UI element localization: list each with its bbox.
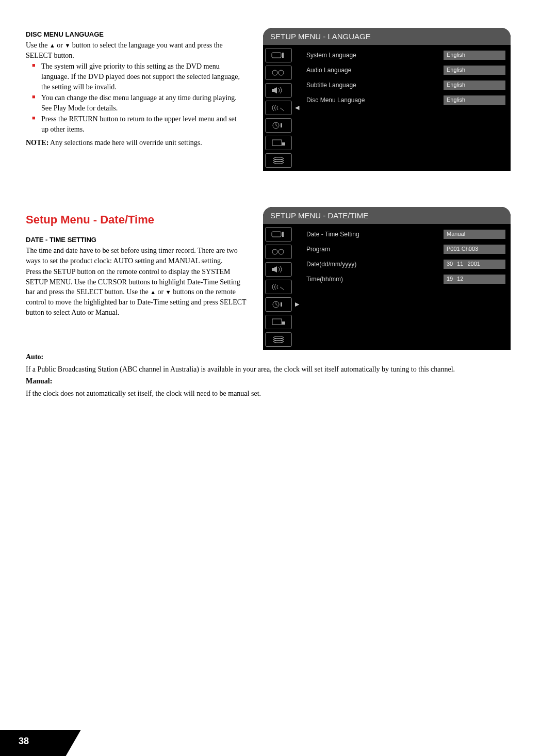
- osd-value-program: P001 Ch003: [444, 245, 505, 254]
- bullet-2: You can change the disc menu language at…: [41, 93, 248, 113]
- osd-arrow-column: ◀: [295, 45, 304, 171]
- page-number: 38: [19, 735, 29, 748]
- osd-row-datetime-setting: Date - Time Setting Manual: [306, 227, 505, 242]
- osd-datetime-title: SETUP MENU - DATE/TIME: [263, 207, 511, 224]
- time-mm: 12: [457, 275, 463, 283]
- note-text: Any selections made here will override u…: [48, 139, 202, 147]
- svg-point-31: [273, 341, 284, 343]
- date-yyyy: 2001: [468, 260, 480, 268]
- intro-b: or: [55, 41, 65, 49]
- clock-icon: [265, 118, 292, 133]
- time-hh: 19: [447, 275, 453, 283]
- manual-text: If the clock does not automatically set …: [26, 389, 531, 399]
- bullet-3: Press the RETURN button to return to the…: [41, 114, 248, 134]
- date-mm: 11: [457, 260, 463, 268]
- osd-value-system-language: English: [444, 51, 505, 60]
- intro-a: Use the: [26, 41, 50, 49]
- svg-point-29: [273, 336, 284, 339]
- reels-icon: [265, 66, 292, 80]
- osd-label: Audio Language: [306, 66, 444, 75]
- svg-line-25: [276, 304, 277, 305]
- osd-language-title: SETUP MENU - LANGUAGE: [263, 28, 511, 45]
- note-label: NOTE:: [26, 139, 48, 147]
- section-date-time: Setup Menu - Date/Time Date - Time Setti…: [26, 207, 531, 350]
- section-disc-menu-language: Disc Menu Language Use the ▲ or ▼ button…: [26, 28, 531, 171]
- svg-line-22: [280, 287, 284, 290]
- down-triangle-icon: ▼: [64, 42, 70, 49]
- text-column-2: Setup Menu - Date/Time Date - Time Setti…: [26, 207, 248, 318]
- tuner-icon: [265, 227, 292, 242]
- osd-label: Date(dd/mm/yyyy): [306, 260, 444, 269]
- osd-language-screenshot: SETUP MENU - LANGUAGE ◀ System Language …: [263, 28, 511, 171]
- osd-label: Disc Menu Language: [306, 96, 444, 105]
- manual-label: Manual:: [26, 376, 531, 387]
- bullet-1: The system will give priority to this se…: [41, 61, 248, 92]
- intro-paragraph: Use the ▲ or ▼ button to select the lang…: [26, 40, 248, 60]
- svg-point-19: [278, 249, 284, 254]
- up-triangle-icon: ▲: [50, 42, 55, 49]
- reels-icon: [265, 245, 292, 259]
- p2b: or: [156, 288, 166, 296]
- osd-value-disc-menu-language: English: [444, 95, 505, 105]
- osd-label: Program: [306, 245, 444, 254]
- svg-point-18: [272, 249, 277, 254]
- svg-point-2: [272, 70, 277, 75]
- osd-value-audio-language: English: [444, 66, 505, 75]
- section-title-date-time: Setup Menu - Date/Time: [26, 212, 248, 228]
- osd-row-disc-menu-language: Disc Menu Language English: [306, 93, 505, 107]
- osd-label: Subtitle Language: [306, 81, 444, 90]
- note-line: NOTE: Any selections made here will over…: [26, 138, 248, 148]
- osd-row-date: Date(dd/mm/yyyy) 30 11 2001: [306, 257, 505, 271]
- osd-language-list: System Language English Audio Language E…: [304, 45, 511, 171]
- monitor-icon: [265, 315, 292, 329]
- svg-line-9: [276, 125, 277, 126]
- svg-line-6: [280, 108, 284, 111]
- speaker-icon: [265, 83, 292, 98]
- text-column-1: Disc Menu Language Use the ▲ or ▼ button…: [26, 28, 248, 149]
- osd-label: System Language: [306, 51, 444, 60]
- bullet-list: The system will give priority to this se…: [26, 61, 248, 134]
- page-footer: 38: [0, 727, 72, 756]
- svg-point-15: [273, 162, 284, 164]
- auto-label-text: Auto:: [26, 353, 43, 361]
- clock-icon: [265, 297, 292, 312]
- tuner-icon: [265, 48, 292, 62]
- osd-row-time: Time(hh/mm) 19 12: [306, 272, 505, 286]
- svg-rect-11: [272, 140, 282, 146]
- stack-icon: [265, 332, 292, 347]
- osd-datetime-list: Date - Time Setting Manual Program P001 …: [304, 224, 511, 350]
- svg-rect-12: [282, 142, 285, 146]
- left-arrow-icon: ◀: [295, 101, 304, 115]
- osd-icon-column: [263, 224, 295, 350]
- svg-rect-16: [272, 232, 281, 237]
- up-triangle-icon: ▲: [150, 289, 156, 295]
- right-arrow-icon: ▶: [295, 297, 304, 312]
- subhead-disc-menu-language: Disc Menu Language: [26, 30, 248, 39]
- svg-marker-21: [274, 266, 277, 272]
- svg-marker-5: [274, 87, 277, 93]
- osd-row-audio-language: Audio Language English: [306, 63, 505, 77]
- svg-point-14: [273, 159, 284, 162]
- svg-rect-0: [272, 53, 281, 58]
- antenna-icon: [265, 101, 292, 115]
- auto-text: If a Public Broadcasting Station (ABC ch…: [26, 364, 531, 375]
- osd-value-subtitle-language: English: [444, 81, 505, 90]
- speaker-icon: [265, 262, 292, 277]
- osd-row-program: Program P001 Ch003: [306, 242, 505, 256]
- date-time-para2: Press the SETUP button on the remote con…: [26, 267, 248, 317]
- svg-rect-27: [272, 319, 282, 325]
- svg-rect-4: [272, 89, 274, 92]
- svg-rect-20: [272, 268, 274, 271]
- osd-datetime-screenshot: SETUP MENU - DATE/TIME ▶ Date - Time Set…: [263, 207, 511, 350]
- osd-label: Time(hh/mm): [306, 275, 444, 284]
- down-triangle-icon: ▼: [166, 289, 171, 295]
- svg-rect-26: [281, 302, 282, 307]
- osd-label: Date - Time Setting: [306, 230, 444, 239]
- svg-rect-1: [282, 53, 284, 58]
- osd-row-system-language: System Language English: [306, 48, 505, 62]
- auto-label: Auto:: [26, 352, 531, 362]
- svg-rect-10: [281, 123, 282, 127]
- svg-point-13: [273, 157, 284, 159]
- osd-value-time: 19 12: [444, 275, 505, 284]
- monitor-icon: [265, 136, 292, 150]
